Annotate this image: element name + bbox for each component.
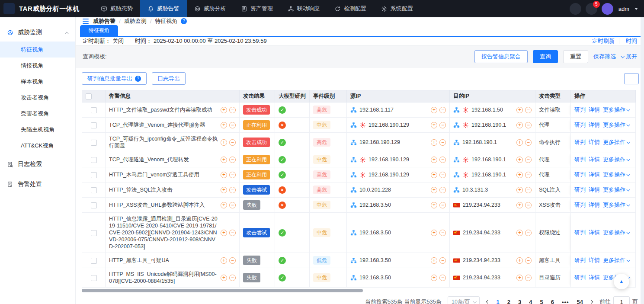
dest-ip[interactable]: 219.234.94.233 — [463, 257, 500, 264]
sidebar-item-log-search[interactable]: 日志检索 — [0, 155, 75, 173]
action-verdict-link[interactable]: 研判 — [574, 186, 586, 193]
action-more-link[interactable]: 更多操作 — [603, 106, 629, 113]
query-button[interactable]: 查询 — [533, 50, 558, 63]
column-header[interactable]: 事件级别 — [310, 90, 347, 102]
dest-ip[interactable]: 10.3.131.3 — [462, 186, 488, 193]
source-ip[interactable]: 192.168.3.50 — [359, 202, 391, 208]
action-more-link[interactable]: 更多操作 — [603, 171, 629, 178]
filter-include-icon[interactable]: + — [516, 157, 523, 163]
column-header[interactable]: 攻击结果 — [240, 90, 275, 102]
filter-exclude-icon[interactable]: − — [525, 202, 532, 208]
breadcrumb-item[interactable]: 威胁监测 — [124, 17, 147, 25]
row-checkbox[interactable] — [91, 275, 97, 281]
filter-include-icon[interactable]: + — [431, 202, 437, 208]
breadcrumb-item[interactable]: 威胁告警 — [93, 17, 115, 25]
expand-filter-link[interactable]: 展开 — [621, 53, 637, 61]
dest-ip[interactable]: 192.168.190.1 — [471, 171, 506, 178]
time-picker-button[interactable]: 时间 — [624, 37, 637, 45]
filter-include-icon[interactable]: + — [221, 157, 227, 163]
filter-exclude-icon[interactable]: − — [229, 257, 236, 264]
aggregate-by-alert-button[interactable]: 按告警信息聚合 — [474, 50, 528, 63]
alert-name[interactable]: HTTP_MS_IIS_Unicode解码漏洞利用[MS00-078][CVE-… — [109, 271, 219, 285]
dest-ip[interactable]: 192.168.190.1 — [471, 122, 506, 128]
filter-include-icon[interactable]: + — [221, 107, 227, 113]
action-detail-link[interactable]: 详情 — [589, 171, 600, 178]
filter-exclude-icon[interactable]: − — [525, 122, 532, 128]
help-icon[interactable]: ? — [135, 76, 141, 82]
collapse-sidebar-icon[interactable] — [83, 19, 89, 24]
goto-page-input[interactable] — [613, 296, 630, 304]
source-ip[interactable]: 192.168.3.50 — [359, 229, 391, 236]
action-more-link[interactable]: 更多操作 — [603, 139, 629, 146]
action-more-link[interactable]: 更多操作 — [603, 156, 629, 163]
dest-ip[interactable]: 192.168.190.1 — [471, 156, 506, 163]
filter-exclude-icon[interactable]: − — [439, 230, 446, 236]
column-header[interactable]: 大模型研判 — [275, 90, 310, 102]
action-detail-link[interactable]: 详情 — [589, 139, 600, 146]
sidebar-item[interactable]: 攻击者视角 — [0, 90, 75, 106]
auto-refresh-button[interactable]: 定时刷新 — [590, 37, 615, 45]
page-number[interactable]: 5 — [540, 299, 543, 304]
row-checkbox[interactable] — [91, 202, 97, 208]
source-ip[interactable]: 192.168.3.50 — [359, 274, 391, 281]
action-detail-link[interactable]: 详情 — [589, 229, 600, 236]
page-number[interactable]: 2 — [507, 299, 510, 304]
filter-exclude-icon[interactable]: − — [439, 122, 446, 128]
filter-include-icon[interactable]: + — [221, 122, 227, 128]
filter-exclude-icon[interactable]: − — [439, 157, 446, 163]
filter-exclude-icon[interactable]: − — [229, 139, 236, 146]
dest-ip[interactable]: 219.234.94.233 — [463, 229, 500, 236]
filter-include-icon[interactable]: + — [516, 202, 523, 208]
filter-exclude-icon[interactable]: − — [439, 275, 446, 281]
sidebar-group-threat-monitor[interactable]: 威胁监测 — [0, 23, 75, 42]
page-number[interactable]: 54 — [577, 299, 583, 304]
dest-ip[interactable]: 192.168.190.1 — [462, 139, 497, 146]
select-all-checkbox[interactable] — [86, 93, 92, 99]
filter-include-icon[interactable]: + — [516, 230, 523, 236]
page-number[interactable]: 4 — [529, 299, 532, 304]
filter-exclude-icon[interactable]: − — [525, 157, 532, 163]
filter-exclude-icon[interactable]: − — [439, 107, 446, 113]
source-ip[interactable]: 192.168.190.129 — [359, 139, 400, 146]
column-settings-button[interactable] — [624, 73, 639, 84]
filter-exclude-icon[interactable]: − — [229, 230, 236, 236]
filter-exclude-icon[interactable]: − — [439, 139, 446, 146]
action-more-link[interactable]: 更多操作 — [603, 122, 629, 128]
alert-name[interactable]: HTTP_黑客工具_可疑UA — [109, 257, 219, 264]
filter-include-icon[interactable]: + — [516, 122, 523, 128]
filter-exclude-icon[interactable]: − — [525, 230, 532, 236]
reset-button[interactable]: 重置 — [563, 50, 588, 63]
filter-exclude-icon[interactable]: − — [525, 172, 532, 178]
source-ip[interactable]: 192.168.3.50 — [359, 257, 391, 264]
filter-exclude-icon[interactable]: − — [439, 202, 446, 208]
row-checkbox[interactable] — [91, 140, 97, 146]
next-page-button[interactable] — [589, 301, 593, 303]
sidebar-item[interactable]: 样本视角 — [0, 74, 75, 90]
column-header[interactable]: 源IP — [347, 90, 450, 102]
filter-include-icon[interactable]: + — [221, 172, 227, 178]
filter-exclude-icon[interactable]: − — [229, 187, 236, 193]
action-detail-link[interactable]: 详情 — [589, 257, 600, 264]
source-ip[interactable]: 192.168.1.117 — [359, 106, 394, 113]
sidebar-item-alert-dispose[interactable]: 告警处置 — [0, 175, 75, 193]
horizontal-scrollbar-thumb[interactable] — [82, 289, 363, 292]
sidebar-item[interactable]: 失陷主机视角 — [0, 122, 75, 138]
filter-exclude-icon[interactable]: − — [525, 107, 532, 113]
filter-include-icon[interactable]: + — [431, 172, 437, 178]
filter-exclude-icon[interactable]: − — [229, 275, 236, 281]
filter-include-icon[interactable]: + — [516, 257, 523, 264]
tab-feature-view[interactable]: 特征视角 — [80, 25, 118, 36]
nav-item-analysis[interactable]: 威胁分析 — [187, 0, 234, 17]
filter-include-icon[interactable]: + — [221, 187, 227, 193]
action-verdict-link[interactable]: 研判 — [574, 274, 586, 281]
page-number[interactable]: 1 — [496, 299, 499, 304]
filter-exclude-icon[interactable]: − — [229, 202, 236, 208]
filter-include-icon[interactable]: + — [431, 122, 437, 128]
action-detail-link[interactable]: 详情 — [589, 186, 600, 193]
filter-exclude-icon[interactable]: − — [229, 157, 236, 163]
action-verdict-link[interactable]: 研判 — [574, 156, 586, 163]
column-header[interactable]: 操作 — [571, 90, 636, 102]
sidebar-item[interactable]: 特征视角 — [0, 42, 75, 58]
row-checkbox[interactable] — [91, 172, 97, 178]
row-checkbox[interactable] — [91, 230, 97, 236]
